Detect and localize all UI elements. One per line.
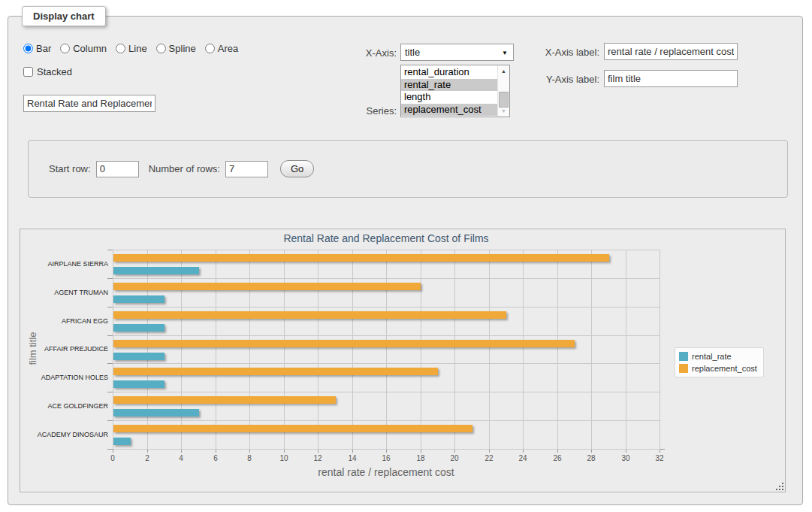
- bar-rental_rate: [113, 324, 165, 332]
- chart-type-radio-group: BarColumnLineSplineArea: [23, 43, 238, 54]
- chart-panel: Rental Rate and Replacement Cost of Film…: [20, 229, 786, 492]
- chart-type-radio-bar[interactable]: [23, 44, 33, 53]
- axis-tick: [523, 450, 524, 453]
- y-axis-label-input[interactable]: [604, 70, 738, 87]
- scrollbar-thumb[interactable]: [499, 92, 509, 108]
- axis-tick: [386, 450, 387, 453]
- legend-item-replacement_cost[interactable]: replacement_cost: [679, 364, 757, 373]
- stacked-checkbox[interactable]: [23, 67, 33, 77]
- chart-type-option-line[interactable]: Line: [116, 43, 147, 54]
- x-tick-label: 20: [450, 454, 458, 462]
- category-tick: [107, 392, 113, 392]
- category-tick: [107, 307, 113, 308]
- series-option-replacement_cost[interactable]: replacement_cost: [401, 104, 497, 117]
- legend-swatch-icon: [679, 352, 688, 361]
- x-axis-select-label: X-Axis:: [303, 47, 397, 59]
- chart-type-label: Line: [128, 43, 147, 54]
- bar-rental_rate: [113, 353, 165, 360]
- category-tick: [107, 335, 113, 336]
- category-label: ACADEMY DINOSAUR: [25, 431, 108, 438]
- x-tick-label: 0: [110, 454, 115, 462]
- bar-replacement_cost: [113, 311, 506, 319]
- go-button[interactable]: Go: [280, 160, 314, 177]
- gridline: [284, 250, 285, 449]
- x-tick-label: 16: [382, 454, 390, 462]
- series-listbox[interactable]: rental_durationrental_ratelengthreplacem…: [400, 65, 510, 117]
- series-options: rental_durationrental_ratelengthreplacem…: [401, 65, 497, 117]
- chart-type-option-bar[interactable]: Bar: [23, 43, 51, 54]
- x-axis-select[interactable]: title ▼: [400, 44, 514, 61]
- number-of-rows-input[interactable]: [225, 161, 268, 177]
- bar-replacement_cost: [113, 425, 472, 432]
- bar-replacement_cost: [113, 283, 421, 290]
- gridline: [249, 250, 250, 449]
- category-label: ADAPTATION HOLES: [25, 374, 108, 381]
- axis-tick: [181, 450, 182, 453]
- bar-rental_rate: [113, 380, 165, 388]
- resize-grip-icon[interactable]: [775, 482, 784, 491]
- gridline: [489, 250, 490, 449]
- x-tick-label: 2: [145, 454, 149, 462]
- axis-tick: [660, 450, 660, 453]
- chart-title-input[interactable]: [23, 95, 155, 112]
- gridline: [113, 335, 660, 336]
- category-label: AGENT TRUMAN: [25, 289, 108, 296]
- axis-tick: [591, 450, 592, 453]
- chart-type-label: Column: [73, 43, 107, 54]
- series-option-length[interactable]: length: [401, 91, 497, 104]
- axis-tick: [249, 450, 250, 453]
- chart-type-option-column[interactable]: Column: [60, 43, 107, 54]
- axis-tick: [216, 450, 216, 453]
- axis-tick: [113, 450, 113, 453]
- chart-type-label: Area: [218, 43, 238, 54]
- x-axis-label-label: X-Axis label:: [506, 47, 599, 58]
- x-tick-label: 12: [313, 454, 321, 462]
- x-tick-label: 24: [518, 454, 527, 462]
- y-axis-label-label: Y-Axis label:: [506, 74, 599, 85]
- axis-tick: [318, 450, 318, 453]
- x-axis-label-input[interactable]: [604, 43, 738, 60]
- chart-type-radio-column[interactable]: [60, 44, 70, 53]
- axis-tick: [352, 450, 353, 453]
- category-tick: [107, 420, 113, 421]
- legend-label: replacement_cost: [692, 364, 757, 373]
- legend-label: rental_rate: [692, 352, 732, 361]
- chart-type-radio-area[interactable]: [205, 44, 215, 53]
- bar-replacement_cost: [113, 340, 575, 347]
- axis-tick: [147, 450, 148, 453]
- axis-tick: [626, 450, 626, 453]
- series-option-rental_rate[interactable]: rental_rate: [401, 79, 497, 92]
- gridline: [113, 420, 660, 421]
- display-chart-panel: Display chart BarColumnLineSplineArea St…: [8, 16, 803, 505]
- legend-swatch-icon: [679, 364, 688, 373]
- stacked-checkbox-row[interactable]: Stacked: [23, 66, 72, 77]
- bar-rental_rate: [113, 295, 165, 303]
- chart-type-radio-spline[interactable]: [156, 44, 166, 53]
- gridline: [113, 278, 660, 279]
- chart-type-radio-line[interactable]: [116, 44, 125, 53]
- gridline: [113, 363, 660, 364]
- gridline: [113, 307, 660, 308]
- legend-item-rental_rate[interactable]: rental_rate: [679, 352, 757, 361]
- x-axis-title: rental rate / replacement cost: [113, 466, 660, 478]
- gridline: [181, 250, 182, 449]
- x-tick-label: 6: [213, 454, 218, 462]
- category-tick: [107, 363, 113, 364]
- gridline: [421, 250, 421, 449]
- gridline: [660, 250, 660, 449]
- chart-type-option-area[interactable]: Area: [205, 43, 238, 54]
- scroll-down-arrow-icon[interactable]: ▼: [498, 106, 509, 116]
- chart-type-option-spline[interactable]: Spline: [156, 43, 196, 54]
- bar-rental_rate: [113, 438, 131, 445]
- start-row-input[interactable]: [96, 161, 139, 177]
- axis-tick: [489, 450, 490, 453]
- gridline: [113, 449, 660, 450]
- x-tick-label: 4: [179, 454, 183, 462]
- start-row-label: Start row:: [49, 163, 91, 174]
- gridline: [113, 250, 660, 250]
- gridline: [626, 250, 626, 449]
- series-option-rental_duration[interactable]: rental_duration: [401, 66, 497, 79]
- x-tick-label: 30: [621, 454, 629, 462]
- bar-replacement_cost: [113, 396, 336, 404]
- category-label: AFFAIR PREJUDICE: [25, 345, 108, 353]
